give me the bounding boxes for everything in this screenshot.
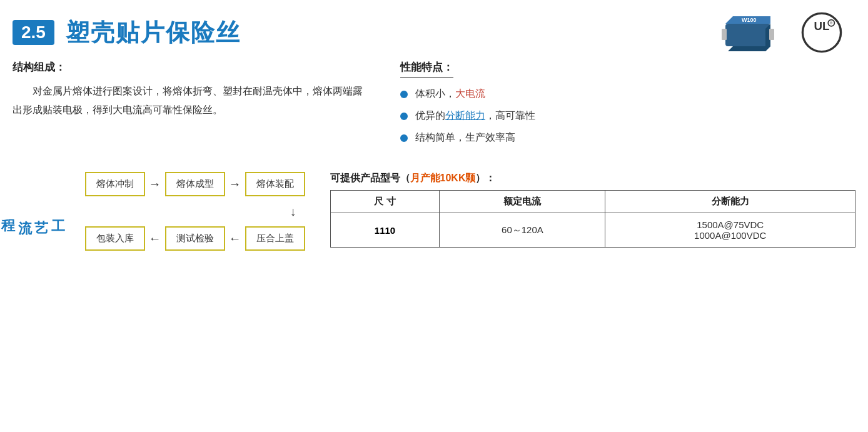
structure-label: 结构组成： bbox=[13, 60, 363, 74]
flow-box-2: 熔体成型 bbox=[165, 172, 225, 196]
product-table: 尺 寸 额定电流 分断能力 1110 60～120A 1500A@75VDC10… bbox=[330, 190, 855, 248]
ul-logo: UL ® bbox=[800, 11, 843, 54]
svg-rect-5 bbox=[722, 29, 727, 40]
feature-item-1: 体积小，大电流 bbox=[400, 88, 713, 101]
svg-text:®: ® bbox=[830, 21, 833, 25]
cell-breaking: 1500A@75VDC1000A@100VDC bbox=[605, 213, 855, 248]
arrow-right-1: → bbox=[145, 177, 165, 191]
feature-dot-2 bbox=[400, 113, 408, 120]
side-label: 工艺流程 bbox=[0, 209, 66, 214]
feature-highlight-2: 分断能力 bbox=[445, 110, 485, 121]
left-section: 结构组成： 对金属片熔体进行图案设计，将熔体折弯、塑封在耐温壳体中，熔体两端露出… bbox=[13, 60, 363, 153]
table-header-row: 尺 寸 额定电流 分断能力 bbox=[330, 191, 855, 213]
svg-rect-0 bbox=[725, 24, 770, 46]
table-row: 1110 60～120A 1500A@75VDC1000A@100VDC bbox=[330, 213, 855, 248]
col-header-size: 尺 寸 bbox=[330, 191, 440, 213]
table-title-highlight: 月产能10KK颗 bbox=[410, 173, 476, 183]
flow-box-1: 熔体冲制 bbox=[85, 172, 145, 196]
svg-text:UL: UL bbox=[814, 19, 830, 33]
features-label: 性能特点： bbox=[400, 60, 453, 78]
process-container: 工艺流程 熔体冲制 → 熔体成型 → 熔体装配 ↓ 包装入库 ← 测试检验 ← … bbox=[0, 172, 305, 251]
arrow-down: ↓ bbox=[239, 206, 305, 216]
feature-highlight-1: 大电流 bbox=[455, 88, 485, 99]
table-title: 可提供产品型号（月产能10KK颗）： bbox=[330, 172, 855, 185]
feature-dot-1 bbox=[400, 91, 408, 98]
table-container: 可提供产品型号（月产能10KK颗）： 尺 寸 额定电流 分断能力 1110 60… bbox=[330, 172, 855, 251]
flow-box-4: 包装入库 bbox=[85, 226, 145, 251]
svg-marker-3 bbox=[728, 46, 770, 51]
header-right: W100 UL ® bbox=[720, 11, 843, 54]
description-text: 对金属片熔体进行图案设计，将熔体折弯、塑封在耐温壳体中，熔体两端露出形成贴装电极… bbox=[13, 82, 363, 120]
section-number: 2.5 bbox=[13, 20, 54, 45]
feature-dot-3 bbox=[400, 134, 408, 142]
table-title-prefix: 可提供产品型号（ bbox=[330, 173, 410, 183]
cell-current: 60～120A bbox=[440, 213, 605, 248]
feature-text-3: 结构简单，生产效率高 bbox=[415, 131, 515, 144]
col-header-breaking: 分断能力 bbox=[605, 191, 855, 213]
arrow-right-2: → bbox=[225, 177, 245, 191]
svg-rect-6 bbox=[769, 29, 774, 40]
page-title: 塑壳贴片保险丝 bbox=[66, 17, 241, 49]
flow-diagram: 熔体冲制 → 熔体成型 → 熔体装配 ↓ 包装入库 ← 测试检验 ← 压合上盖 bbox=[85, 172, 305, 251]
feature-item-3: 结构简单，生产效率高 bbox=[400, 131, 713, 144]
feature-text-2: 优异的分断能力，高可靠性 bbox=[415, 109, 535, 123]
main-content: 结构组成： 对金属片熔体进行图案设计，将熔体折弯、塑封在耐温壳体中，熔体两端露出… bbox=[0, 60, 868, 153]
feature-text-1: 体积小，大电流 bbox=[415, 88, 485, 101]
arrow-left-2: ← bbox=[225, 231, 245, 246]
flow-row-2: 包装入库 ← 测试检验 ← 压合上盖 bbox=[85, 226, 305, 251]
bottom-section: 工艺流程 熔体冲制 → 熔体成型 → 熔体装配 ↓ 包装入库 ← 测试检验 ← … bbox=[0, 159, 868, 251]
right-section: 性能特点： 体积小，大电流 优异的分断能力，高可靠性 结构简单，生产效率高 bbox=[400, 60, 713, 153]
flow-box-3: 熔体装配 bbox=[245, 172, 305, 196]
col-header-current: 额定电流 bbox=[440, 191, 605, 213]
feature-item-2: 优异的分断能力，高可靠性 bbox=[400, 109, 713, 123]
table-title-suffix: ）： bbox=[475, 173, 495, 183]
page-header: 2.5 塑壳贴片保险丝 W100 bbox=[0, 0, 868, 60]
product-image: W100 bbox=[720, 11, 775, 54]
flow-box-6: 压合上盖 bbox=[245, 226, 305, 251]
svg-text:W100: W100 bbox=[742, 17, 757, 23]
flow-box-5: 测试检验 bbox=[165, 226, 225, 251]
arrow-left-1: ← bbox=[145, 231, 165, 246]
cell-size: 1110 bbox=[330, 213, 440, 248]
flow-row-1: 熔体冲制 → 熔体成型 → 熔体装配 bbox=[85, 172, 305, 196]
